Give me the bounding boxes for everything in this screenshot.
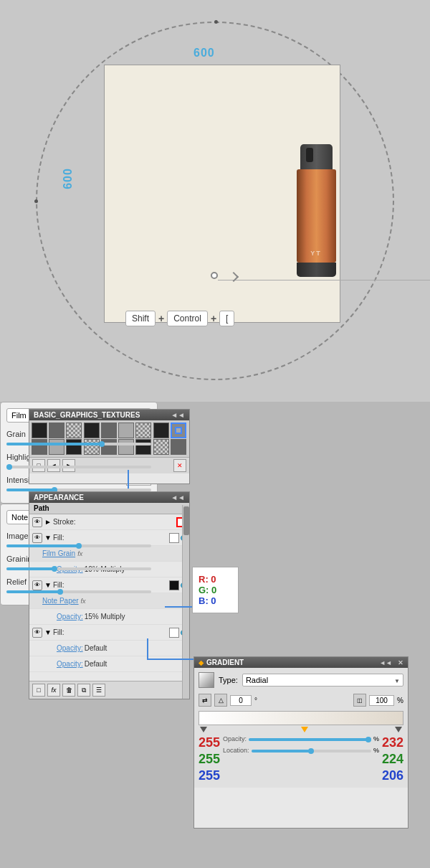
- texture-thumb[interactable]: [135, 439, 151, 455]
- opacity-slider[interactable]: [249, 738, 371, 741]
- options-button[interactable]: ☰: [92, 684, 105, 697]
- texture-thumb[interactable]: [84, 423, 100, 438]
- scroll-bar[interactable]: [182, 505, 189, 699]
- relief-slider-track[interactable]: [6, 590, 151, 593]
- fill2-label: Fill:: [53, 581, 169, 589]
- texture-thumb[interactable]: [101, 423, 117, 438]
- texture-thumb[interactable]: [118, 423, 134, 438]
- opacity2-label[interactable]: Opacity:: [42, 613, 83, 621]
- grain-slider-track[interactable]: [6, 443, 151, 445]
- gradient-stop-left[interactable]: [200, 727, 207, 732]
- highlight-slider-track[interactable]: [6, 466, 151, 468]
- film-grain-link[interactable]: Film Grain: [42, 549, 75, 557]
- texture-thumb[interactable]: [66, 439, 82, 455]
- lighter-image: YT: [287, 144, 345, 288]
- gradient-panel-header: ◆ GRADIENT ◄◄ ✕: [194, 657, 408, 668]
- handle-line: [218, 280, 430, 280]
- bracket-key[interactable]: [: [219, 311, 234, 326]
- expand-stroke-icon[interactable]: ►: [44, 518, 52, 526]
- fill1-label: Fill:: [53, 534, 169, 542]
- opacity-thumb[interactable]: [366, 737, 371, 742]
- duplicate-button[interactable]: ⧉: [77, 684, 90, 697]
- gradient-bar-container[interactable]: [199, 711, 403, 725]
- grain-slider-thumb-2[interactable]: [52, 566, 57, 572]
- scroll-thumb[interactable]: [183, 506, 189, 535]
- fill3-label: Fill:: [53, 628, 169, 636]
- handle-dot-left[interactable]: [34, 199, 38, 203]
- top-canvas-area: 600 600 YT Shift + Control + [: [0, 0, 430, 402]
- gradient-type-dropdown[interactable]: Radial: [242, 674, 403, 687]
- close-icon-gradient[interactable]: ✕: [398, 659, 403, 666]
- texture-thumb[interactable]: [32, 439, 47, 455]
- collapse-icon[interactable]: ◄◄: [171, 494, 185, 501]
- add-layer-button[interactable]: □: [32, 684, 45, 697]
- highlight-slider-thumb[interactable]: [6, 464, 12, 470]
- opacity4-label[interactable]: Opacity:: [42, 660, 83, 668]
- grain-slider-row: [6, 443, 151, 445]
- keyboard-shortcuts: Shift + Control + [: [125, 311, 234, 326]
- texture-thumb[interactable]: [32, 423, 47, 438]
- location-slider[interactable]: [252, 750, 371, 753]
- opacity2-value: 15% Multiply: [85, 613, 125, 621]
- texture-thumb[interactable]: [135, 423, 151, 438]
- relief-slider-fill: [6, 590, 60, 593]
- texture-thumb[interactable]: [171, 439, 186, 455]
- gradient-reverse-icon[interactable]: ⇄: [199, 694, 211, 707]
- control-key[interactable]: Control: [167, 311, 208, 326]
- path-subheader: Path: [29, 503, 189, 514]
- texture-thumb-selected[interactable]: [171, 423, 186, 438]
- grain-slider-track-2[interactable]: [6, 567, 151, 570]
- fill1-visibility-toggle[interactable]: 👁: [32, 533, 42, 543]
- grain-slider-fill: [6, 443, 102, 445]
- trash-button[interactable]: 🗑: [62, 684, 75, 697]
- fx-button[interactable]: fx: [47, 684, 60, 697]
- relief-slider-thumb[interactable]: [57, 589, 63, 595]
- gradient-icon: ◆: [199, 659, 204, 666]
- degree-label: °: [254, 697, 257, 704]
- handle-dot-top[interactable]: [214, 20, 218, 24]
- gradient-stop-right[interactable]: [395, 727, 402, 732]
- texture-thumb[interactable]: [153, 439, 169, 455]
- note-paper-link[interactable]: Note Paper: [42, 597, 79, 605]
- location-fill: [252, 750, 312, 753]
- lighter-brand-text: YT: [310, 250, 322, 257]
- fill2-visibility-toggle[interactable]: 👁: [32, 580, 42, 590]
- gradient-type-row: Type: Radial: [199, 672, 403, 688]
- gradient-options-icon[interactable]: △: [214, 694, 227, 707]
- location-thumb[interactable]: [308, 748, 314, 754]
- type-value: Radial: [246, 676, 268, 684]
- fill1-color-swatch[interactable]: [169, 533, 179, 543]
- expand-fill1-icon[interactable]: ▼: [44, 534, 52, 542]
- gradient-rgb-row: 255 255 255 Opacity: % Locat: [199, 735, 403, 783]
- texture-thumb[interactable]: [49, 423, 64, 438]
- pct-sign2: %: [373, 747, 379, 754]
- stroke-visibility-toggle[interactable]: 👁: [32, 517, 42, 527]
- relief-slider-row: [6, 590, 151, 593]
- delete-texture-button[interactable]: ✕: [173, 459, 186, 472]
- expand-fill3-icon[interactable]: ▼: [44, 628, 52, 636]
- fill2-color-swatch[interactable]: [169, 580, 179, 590]
- texture-thumb[interactable]: [118, 439, 134, 455]
- path-label: Path: [34, 504, 49, 512]
- gradient-swatch[interactable]: [199, 672, 214, 688]
- collapse-icon-gradient[interactable]: ◄◄: [379, 659, 392, 666]
- texture-thumb[interactable]: [66, 423, 82, 438]
- grain-slider-fill-2: [6, 567, 54, 570]
- gradient-angle-input[interactable]: [230, 695, 252, 706]
- texture-thumb[interactable]: [49, 439, 64, 455]
- collapse-icon[interactable]: ◄◄: [171, 411, 185, 419]
- shift-key[interactable]: Shift: [125, 311, 156, 326]
- gradient-scale-icon[interactable]: ◫: [353, 694, 366, 707]
- gradient-scale-input[interactable]: [369, 695, 394, 706]
- opacity3-label[interactable]: Opacity:: [42, 644, 83, 652]
- expand-fill2-icon[interactable]: ▼: [44, 581, 52, 589]
- fill3-visibility-toggle[interactable]: 👁: [32, 628, 42, 638]
- film-grain-sub-row: Film Grain fx: [29, 546, 189, 562]
- gradient-stop-mid[interactable]: [301, 727, 308, 732]
- texture-thumb[interactable]: [84, 439, 100, 455]
- texture-thumb[interactable]: [153, 423, 169, 438]
- balance-slider-track[interactable]: [6, 544, 151, 547]
- handle-circle[interactable]: [211, 272, 218, 279]
- fill3-color-swatch[interactable]: [169, 628, 179, 638]
- balance-slider-thumb[interactable]: [76, 543, 82, 549]
